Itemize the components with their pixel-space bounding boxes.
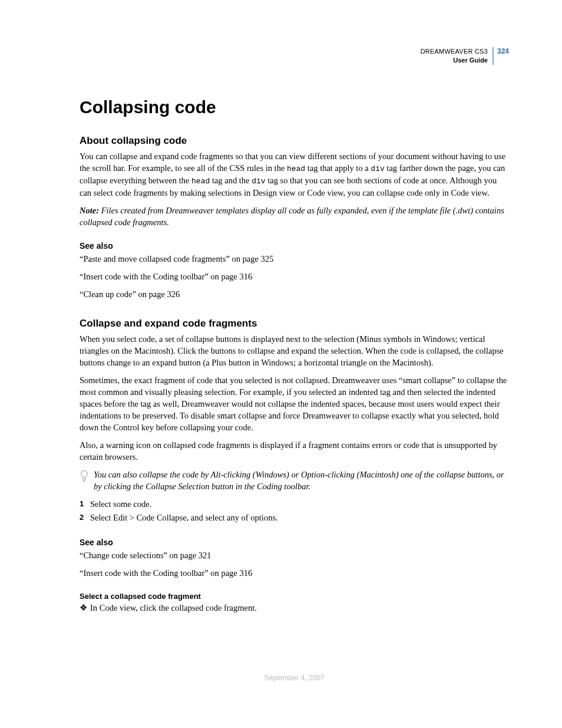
diamond-bullet-icon: ❖: [80, 602, 90, 615]
note-paragraph: Note: Files created from Dreamweaver tem…: [80, 205, 509, 228]
body-paragraph: Also, a warning icon on collapsed code f…: [80, 439, 509, 463]
see-also-heading: See also: [80, 538, 509, 547]
step-number: 1: [80, 498, 90, 511]
step-list: 1Select some code. 2Select Edit > Code C…: [80, 498, 509, 525]
bullet-line: ❖In Code view, click the collapsed code …: [80, 602, 509, 615]
inline-code: div: [252, 177, 265, 186]
step-number: 2: [80, 512, 90, 525]
running-header: DREAMWEAVER CS3 User Guide 324: [80, 47, 509, 65]
cross-reference: “Insert code with the Coding toolbar” on…: [80, 567, 509, 579]
header-page-number: 324: [494, 47, 509, 55]
note-label: Note:: [80, 206, 99, 215]
tip-block: You can also collapse the code by Alt-cl…: [80, 469, 509, 492]
footer-date: September 4, 2007: [80, 674, 509, 682]
cross-reference: “Change code selections” on page 321: [80, 549, 509, 561]
inline-code: div: [371, 164, 384, 173]
cross-reference: “Clean up code” on page 326: [80, 288, 509, 300]
lightbulb-icon: [80, 470, 89, 485]
step-item: 2Select Edit > Code Collapse, and select…: [80, 512, 509, 525]
chapter-title: Collapsing code: [80, 97, 509, 117]
tip-text: You can also collapse the code by Alt-cl…: [94, 469, 509, 492]
note-body: Files created from Dreamweaver templates…: [80, 206, 504, 227]
inline-code: head: [287, 164, 305, 173]
header-guide: User Guide: [421, 56, 488, 65]
body-paragraph: You can collapse and expand code fragmen…: [80, 150, 509, 199]
see-also-heading: See also: [80, 241, 509, 251]
cross-reference: “Paste and move collapsed code fragments…: [80, 253, 509, 265]
subsection-heading-select-fragment: Select a collapsed code fragment: [80, 592, 509, 601]
section-heading-about: About collapsing code: [80, 135, 509, 147]
cross-reference: “Insert code with the Coding toolbar” on…: [80, 271, 509, 282]
svg-point-0: [81, 470, 88, 477]
inline-code: head: [191, 177, 210, 186]
body-paragraph: Sometimes, the exact fragment of code th…: [80, 374, 509, 433]
body-paragraph: When you select code, a set of collapse …: [80, 333, 509, 368]
step-item: 1Select some code.: [80, 498, 509, 511]
header-product: DREAMWEAVER CS3: [421, 47, 488, 56]
section-heading-collapse-expand: Collapse and expand code fragments: [80, 318, 509, 330]
